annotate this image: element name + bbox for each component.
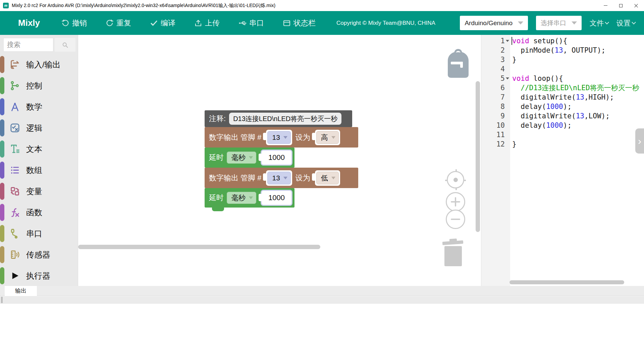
level-dropdown[interactable]: 高	[316, 131, 339, 144]
toolbar-button-compile[interactable]: 编译	[150, 18, 175, 28]
category-label: 数学	[26, 102, 42, 112]
code-line: 1 void setup(){	[481, 36, 644, 46]
delay-label: 延时	[209, 153, 224, 163]
block-digital-write-high[interactable]: 数字输出 管脚 # 13 设为 高	[205, 127, 358, 148]
category-label: 输入/输出	[26, 59, 61, 70]
sidebar-item-输入/输出[interactable]: 输入/输出	[0, 54, 78, 75]
delay-value-field[interactable]: 1000	[263, 152, 290, 163]
sidebar-item-逻辑[interactable]: 逻辑	[0, 117, 78, 138]
delay-unit-dropdown[interactable]: 毫秒	[227, 192, 256, 204]
backpack-icon[interactable]	[446, 48, 470, 78]
mixly-brand: Mixly	[18, 18, 40, 28]
pin-dropdown[interactable]: 13	[267, 131, 290, 144]
code-panel: 1 void setup(){ 2 pinMode(13, OUTPUT); 3…	[481, 35, 644, 286]
menu-settings-label: 设置	[616, 18, 631, 28]
set-to-label: 设为	[296, 132, 310, 142]
dropdown-arrow-icon	[331, 177, 335, 179]
fold-arrow-icon[interactable]	[506, 40, 509, 42]
category-color-bar	[0, 246, 4, 263]
toolbar-right-group: Arduino/Genuino 选择串口 文件 设置	[460, 16, 635, 30]
set-to-label: 设为	[296, 173, 310, 183]
category-label: 控制	[26, 80, 42, 91]
chevron-down-icon	[572, 21, 577, 24]
bottom-tab-bar: 输出	[0, 286, 644, 296]
category-label: 传感器	[26, 249, 50, 260]
pin-socket: 13	[266, 170, 292, 186]
sidebar-item-传感器[interactable]: 传感器	[0, 244, 78, 265]
console-mini-scrollbar[interactable]	[1, 297, 3, 303]
toolbar-buttons: 撤销 重复 编译 上传 串口 状态栏	[61, 18, 316, 28]
canvas-vertical-scrollbar[interactable]	[476, 81, 480, 232]
canvas-horizontal-scrollbar[interactable]	[78, 245, 320, 249]
search-input[interactable]	[3, 38, 53, 52]
search-button[interactable]	[55, 38, 75, 52]
code-line: 4	[481, 64, 644, 74]
code-editor[interactable]: 1 void setup(){ 2 pinMode(13, OUTPUT); 3…	[481, 36, 644, 149]
toolbar-button-statusbar[interactable]: 状态栏	[283, 18, 316, 28]
menu-file[interactable]: 文件	[590, 18, 608, 28]
comment-text-field[interactable]: D13连接LED\nLED将亮一秒灭一秒	[229, 113, 341, 125]
center-view-button[interactable]	[447, 171, 464, 188]
block-category-sidebar: 输入/输出 控制 数学 逻辑 文本 数组 变量 函数 串口	[0, 35, 78, 286]
toolbar-button-undo[interactable]: 撤销	[61, 18, 87, 28]
undo-icon	[61, 19, 69, 27]
line-number: 3	[481, 55, 505, 64]
toolbar-button-serial[interactable]: 串口	[238, 18, 264, 28]
code-line: 11	[481, 130, 644, 139]
search-icon	[62, 42, 68, 48]
category-label: 逻辑	[26, 123, 42, 133]
block-delay-1[interactable]: 延时 毫秒 1000	[205, 148, 294, 168]
window-title: Mixly 2.0 rc2 For Arduino AVR (D:\mixly\…	[12, 3, 275, 9]
delay-value-field[interactable]: 1000	[263, 192, 290, 204]
tab-output[interactable]: 输出	[5, 286, 37, 296]
copyright-text: Copyright © Mixly Team@BNU, CHINA	[336, 20, 435, 26]
board-select[interactable]: Arduino/Genuino	[460, 16, 528, 30]
delay-unit-dropdown[interactable]: 毫秒	[227, 152, 256, 164]
code-line: 8 delay(1000);	[481, 102, 644, 111]
category-color-bar	[0, 204, 4, 221]
text-cursor	[512, 37, 512, 45]
line-number: 2	[481, 46, 505, 55]
category-label: 数组	[26, 165, 42, 176]
tab-output-label: 输出	[15, 287, 26, 295]
minimize-button[interactable]	[598, 0, 613, 11]
math-icon	[10, 102, 20, 112]
actuator-icon	[10, 271, 20, 281]
category-list: 输入/输出 控制 数学 逻辑 文本 数组 变量 函数 串口	[0, 54, 78, 286]
sidebar-item-控制[interactable]: 控制	[0, 75, 78, 96]
category-color-bar	[0, 162, 4, 179]
code-horizontal-scrollbar[interactable]	[509, 280, 624, 284]
toolbar-button-redo[interactable]: 重复	[106, 18, 131, 28]
close-button[interactable]	[629, 0, 644, 11]
zoom-in-button[interactable]	[446, 192, 465, 212]
sidebar-item-变量[interactable]: 变量	[0, 181, 78, 202]
sidebar-item-函数[interactable]: 函数	[0, 202, 78, 223]
sidebar-item-数学[interactable]: 数学	[0, 96, 78, 117]
code-line: 9 digitalWrite(13,LOW);	[481, 111, 644, 121]
menu-settings[interactable]: 设置	[616, 18, 635, 28]
sidebar-item-数组[interactable]: 数组	[0, 160, 78, 181]
fold-arrow-icon[interactable]	[506, 77, 509, 79]
control-icon	[10, 80, 20, 91]
sidebar-item-串口[interactable]: 串口	[0, 223, 78, 244]
code-line: 5 void loop(){	[481, 74, 644, 83]
toolbar-button-upload[interactable]: 上传	[194, 18, 220, 28]
panel-collapse-handle[interactable]: ›	[635, 128, 644, 154]
check-icon	[150, 19, 158, 27]
block-digital-write-low[interactable]: 数字输出 管脚 # 13 设为 低	[205, 168, 358, 188]
level-dropdown[interactable]: 低	[316, 172, 339, 184]
variable-icon	[10, 186, 20, 196]
maximize-button[interactable]	[613, 0, 629, 11]
pin-dropdown[interactable]: 13	[267, 172, 290, 184]
block-delay-2[interactable]: 延时 毫秒 1000	[205, 188, 294, 208]
line-number: 4	[481, 64, 505, 74]
dropdown-arrow-icon	[249, 196, 253, 199]
line-number: 7	[481, 93, 505, 102]
block-comment[interactable]: 注释: D13连接LED\nLED将亮一秒灭一秒	[205, 110, 352, 127]
trash-icon[interactable]	[441, 238, 465, 267]
chevron-down-icon	[518, 21, 523, 24]
sidebar-item-执行器[interactable]: 执行器	[0, 265, 78, 286]
port-select[interactable]: 选择串口	[536, 16, 582, 30]
zoom-out-button[interactable]	[446, 210, 465, 229]
sidebar-item-文本[interactable]: 文本	[0, 138, 78, 160]
